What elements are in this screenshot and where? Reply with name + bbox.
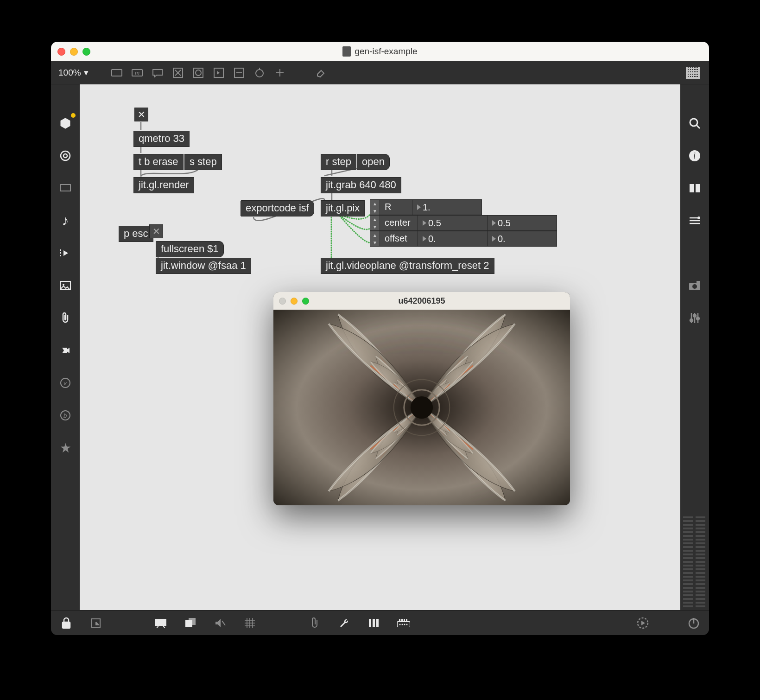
wrench-button[interactable] [336, 614, 353, 632]
jitter-zoom-button[interactable] [302, 298, 309, 305]
close-button[interactable] [57, 48, 65, 56]
toggle-object[interactable]: ✕ [134, 108, 148, 121]
attrui-value-1[interactable]: 0. [418, 231, 488, 247]
titlebar: gen-isf-example [51, 42, 709, 61]
svg-line-28 [697, 125, 700, 128]
power-button[interactable] [685, 614, 703, 632]
b-button[interactable]: b [56, 406, 75, 425]
grid-icon [686, 67, 700, 79]
triangle-icon [417, 204, 421, 210]
attrui-center[interactable]: ▲▼ center 0.5 0.5 [370, 215, 557, 231]
keyboard-button[interactable] [395, 614, 412, 632]
grid-toggle-button[interactable] [241, 614, 259, 632]
presentation-button[interactable] [152, 614, 170, 632]
exportcode-message[interactable]: exportcode isf [241, 200, 314, 216]
piano-button[interactable] [365, 614, 383, 632]
svg-rect-62 [376, 619, 379, 627]
top-toolbar: 100% ▾ m [51, 61, 709, 84]
new-flonum-button[interactable] [230, 65, 248, 81]
add-button[interactable] [271, 65, 289, 81]
split-button[interactable] [685, 179, 704, 197]
traffic-lights [57, 48, 90, 56]
jitter-traffic-lights [279, 298, 309, 305]
attachment-button[interactable] [56, 309, 75, 327]
window-title-text: gen-isf-example [355, 46, 417, 57]
notification-dot [71, 113, 76, 118]
play-button[interactable] [56, 244, 75, 262]
jitter-minimize-button[interactable] [291, 298, 298, 305]
svg-point-7 [196, 70, 201, 76]
lock-button[interactable] [57, 614, 75, 632]
favorite-button[interactable]: ★ [56, 439, 75, 457]
file-icon [342, 46, 351, 57]
select-button[interactable] [87, 614, 105, 632]
new-toggle-button[interactable] [169, 65, 187, 81]
copy-button[interactable] [182, 614, 199, 632]
calendar-grid-button[interactable] [684, 65, 702, 81]
new-comment-button[interactable] [149, 65, 166, 81]
jitter-close-button[interactable] [279, 298, 286, 305]
svg-text:v: v [63, 380, 67, 387]
attrui-arrow-icon[interactable]: ▲▼ [370, 231, 380, 247]
p-esc-object[interactable]: p esc [119, 226, 153, 242]
new-number-button[interactable] [210, 65, 228, 81]
audio-button[interactable]: ♪ [56, 211, 75, 230]
zoom-dropdown[interactable]: 100% ▾ [58, 67, 93, 78]
attrui-name: center [380, 215, 418, 231]
svg-rect-20 [60, 255, 61, 256]
attrui-R[interactable]: ▲▼ R 1. [370, 199, 482, 215]
triangle-icon [423, 220, 426, 226]
triangle-icon [492, 236, 496, 242]
open-message[interactable]: open [357, 154, 390, 170]
svg-rect-65 [401, 619, 403, 621]
minimize-button[interactable] [70, 48, 78, 56]
panel-button[interactable] [56, 179, 75, 197]
list-button[interactable] [685, 211, 704, 230]
send-step-object[interactable]: s step [184, 154, 222, 170]
attrui-value-1[interactable]: 0.5 [418, 215, 488, 231]
new-dial-button[interactable] [251, 65, 268, 81]
jit-grab-object[interactable]: jit.grab 640 480 [321, 177, 401, 193]
attrui-value-2[interactable]: 0. [488, 231, 557, 247]
target-button[interactable] [56, 146, 75, 165]
search-button[interactable] [685, 114, 704, 133]
camera-button[interactable] [685, 276, 704, 295]
attach-button[interactable] [306, 614, 323, 632]
receive-step-object[interactable]: r step [321, 154, 356, 170]
svg-text:b: b [63, 412, 67, 419]
svg-line-53 [222, 621, 225, 625]
paint-button[interactable] [313, 65, 330, 81]
mixer-button[interactable] [685, 309, 704, 327]
jitter-output-window[interactable]: u642006195 [273, 292, 570, 505]
new-object-button[interactable] [108, 65, 126, 81]
new-button-button[interactable] [190, 65, 207, 81]
toggle-object-2[interactable]: ✕ [149, 224, 163, 238]
dsp-button[interactable] [634, 614, 652, 632]
attrui-value[interactable]: 1. [412, 199, 482, 215]
triangle-icon [492, 220, 496, 226]
attrui-arrow-icon[interactable]: ▲▼ [370, 215, 380, 231]
mute-button[interactable] [211, 614, 229, 632]
jitter-window-title: u642006195 [273, 296, 570, 306]
svg-point-68 [399, 624, 401, 625]
svg-rect-52 [189, 618, 196, 625]
new-message-button[interactable]: m [128, 65, 146, 81]
jit-gl-render-object[interactable]: jit.gl.render [133, 177, 194, 193]
v-button[interactable]: v [56, 374, 75, 392]
zoom-button[interactable] [82, 48, 90, 56]
attrui-offset[interactable]: ▲▼ offset 0. 0. [370, 231, 557, 247]
attrui-value-2[interactable]: 0.5 [488, 215, 557, 231]
attrui-arrow-icon[interactable]: ▲▼ [370, 199, 380, 215]
svg-point-22 [63, 284, 64, 286]
image-button[interactable] [56, 276, 75, 295]
trigger-object[interactable]: t b erase [133, 154, 184, 170]
jit-gl-pix-object[interactable]: jit.gl.pix [321, 200, 365, 216]
fullscreen-message[interactable]: fullscreen $1 [156, 241, 224, 257]
jit-window-object[interactable]: jit.window @fsaa 1 [156, 258, 251, 274]
qmetro-object[interactable]: qmetro 33 [133, 131, 190, 147]
info-button[interactable]: i [685, 146, 704, 165]
plugin-button[interactable] [56, 341, 75, 360]
left-sidebar: ♪ v b ★ [51, 84, 80, 610]
package-manager-button[interactable] [56, 114, 75, 133]
jit-gl-videoplane-object[interactable]: jit.gl.videoplane @transform_reset 2 [321, 258, 494, 274]
